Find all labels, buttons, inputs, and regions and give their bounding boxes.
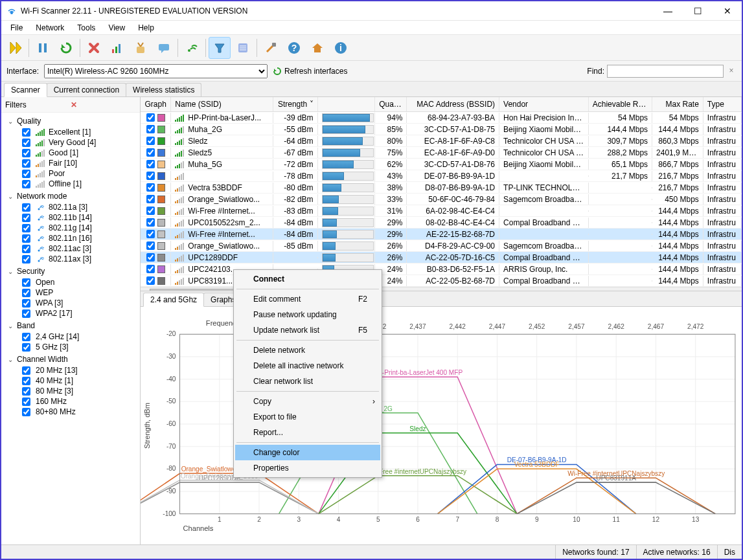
table-row[interactable]: Muha_5G -72 dBm 62% 3C-CD-57-A1-D8-76 Be… <box>141 159 742 170</box>
filter-checkbox[interactable] <box>22 333 30 341</box>
filter-item[interactable]: WPA2 [17] <box>22 308 137 319</box>
filter-checkbox[interactable] <box>22 203 30 212</box>
table-row[interactable]: Sledz5 -67 dBm 75% EC-A8-1F-6F-A9-D0 Tec… <box>141 147 742 159</box>
menu-tools[interactable]: Tools <box>71 22 102 34</box>
filter-item[interactable]: 802.11n [16] <box>22 233 137 243</box>
table-row[interactable]: Vectra 53BDDF -80 dBm 38% D8-07-B6-B9-9A… <box>141 182 742 194</box>
filter-group-band[interactable]: ⌄Band <box>4 320 137 331</box>
filter-checkbox[interactable] <box>22 128 30 137</box>
column-header[interactable]: Type <box>703 97 742 111</box>
row-graph-checkbox[interactable] <box>146 207 155 215</box>
filter-group-quality[interactable]: ⌄Quality <box>4 115 137 127</box>
column-header[interactable]: Achievable Rate <box>589 97 652 111</box>
filter-checkbox[interactable] <box>22 387 30 396</box>
filter-item[interactable]: WEP <box>22 287 137 298</box>
column-header[interactable]: MAC Address (BSSID) <box>407 97 499 111</box>
refresh-interfaces-link[interactable]: Refresh interfaces <box>273 67 347 76</box>
table-row[interactable]: -78 dBm 43% DE-07-B6-B9-9A-1D 21,7 Mbps … <box>141 170 742 182</box>
bottom-tab-0[interactable]: 2.4 and 5Ghz <box>143 293 204 307</box>
filter-item[interactable]: Very Good [4] <box>22 137 137 148</box>
column-header[interactable]: Vendor <box>499 97 589 111</box>
filter-checkbox[interactable] <box>22 289 30 297</box>
menu-view[interactable]: View <box>102 22 131 34</box>
filter-item[interactable]: 802.11ac [3] <box>22 243 137 254</box>
context-menu-item[interactable]: Delete network <box>235 342 380 358</box>
filter-item[interactable]: 5 GHz [3] <box>22 342 137 352</box>
table-row[interactable]: Sledz -64 dBm 80% EC-A8-1F-6F-A9-C8 Tech… <box>141 135 742 147</box>
clean-button[interactable] <box>130 37 152 59</box>
about-button[interactable]: i <box>330 37 352 59</box>
column-header[interactable]: Max Rate <box>652 97 703 111</box>
filter-checkbox[interactable] <box>22 408 30 416</box>
close-button[interactable]: ✕ <box>718 5 737 17</box>
row-graph-checkbox[interactable] <box>146 160 155 168</box>
stats-button[interactable] <box>106 37 128 59</box>
context-menu-item[interactable]: Copy <box>235 394 380 409</box>
filter-item[interactable]: 20 MHz [13] <box>22 365 137 375</box>
maximize-button[interactable]: ☐ <box>689 5 707 17</box>
filter-item[interactable]: WPA [3] <box>22 298 137 308</box>
context-menu-item[interactable]: Delete all inactive network <box>235 358 380 374</box>
row-graph-checkbox[interactable] <box>146 113 155 122</box>
context-menu-item[interactable]: Pause network updating <box>235 307 380 322</box>
table-row[interactable]: UPC83191... 24% AC-22-05-B2-68-7D Compal… <box>141 275 742 287</box>
context-menu-item[interactable]: Edit commentF2 <box>235 291 380 307</box>
filter-checkbox[interactable] <box>22 278 30 287</box>
find-clear-icon[interactable]: × <box>726 66 737 76</box>
row-graph-checkbox[interactable] <box>146 241 155 250</box>
filter-item[interactable]: Fair [10] <box>22 158 137 168</box>
filter-checkbox[interactable] <box>22 214 30 222</box>
filter-item[interactable]: 802.11a [3] <box>22 202 137 212</box>
horizontal-scrollbar[interactable]: ‹ › <box>141 287 742 291</box>
column-header[interactable]: Quality <box>375 97 407 111</box>
row-graph-checkbox[interactable] <box>146 253 155 262</box>
table-row[interactable]: HP-Print-ba-LaserJ... -39 dBm 94% 68-94-… <box>141 112 742 124</box>
filter-group-network-mode[interactable]: ⌄Network mode <box>4 190 137 202</box>
scan-button[interactable] <box>4 37 26 59</box>
find-input[interactable] <box>607 65 724 78</box>
filter-checkbox[interactable] <box>22 234 30 243</box>
tab-scanner[interactable]: Scanner <box>4 83 47 97</box>
row-graph-checkbox[interactable] <box>146 230 155 238</box>
filter-item[interactable]: Good [1] <box>22 148 137 158</box>
delete-button[interactable] <box>83 37 105 59</box>
home-button[interactable] <box>306 37 328 59</box>
filter-checkbox[interactable] <box>22 224 30 232</box>
row-graph-checkbox[interactable] <box>146 137 155 145</box>
filter-item[interactable]: 80 MHz [3] <box>22 386 137 396</box>
row-graph-checkbox[interactable] <box>146 265 155 273</box>
filter-item[interactable]: 80+80 MHz <box>22 407 137 417</box>
filter-item[interactable]: Poor <box>22 168 137 179</box>
table-row[interactable]: UPC0150522sm_2... -84 dBm 29% 08-02-B8-4… <box>141 217 742 229</box>
filter-item[interactable]: Open <box>22 277 137 287</box>
row-graph-checkbox[interactable] <box>146 183 155 192</box>
interface-select[interactable]: Intel(R) Wireless-AC 9260 160MHz <box>44 64 268 78</box>
menu-network[interactable]: Network <box>29 22 71 34</box>
row-graph-checkbox[interactable] <box>146 148 155 157</box>
context-menu-item[interactable]: Change color <box>235 445 380 460</box>
filter-checkbox[interactable] <box>22 398 30 406</box>
filter-checkbox[interactable] <box>22 245 30 253</box>
filter-item[interactable]: 160 MHz <box>22 396 137 407</box>
context-menu-item[interactable]: Connect <box>235 271 380 287</box>
table-row[interactable]: Orange_Swiatlowo... -82 dBm 33% 50-6F-0C… <box>141 194 742 205</box>
column-header[interactable]: Strength ˅ <box>273 97 318 111</box>
minimize-button[interactable]: — <box>659 5 677 17</box>
context-menu-item[interactable]: Report... <box>235 425 380 440</box>
filter-checkbox[interactable] <box>22 139 30 147</box>
table-row[interactable]: Wi-Free #Internet... -84 dBm 29% AE-22-1… <box>141 229 742 240</box>
table-row[interactable]: Wi-Free #Internet... -83 dBm 31% 6A-02-9… <box>141 205 742 217</box>
tab-wireless-statistics[interactable]: Wireless statistics <box>126 83 201 96</box>
table-row[interactable]: Orange_Swiatlowo... -85 dBm 26% D4-F8-29… <box>141 240 742 252</box>
menu-help[interactable]: Help <box>131 22 161 34</box>
filter-checkbox[interactable] <box>22 159 30 168</box>
comment-button[interactable] <box>153 37 175 59</box>
filter-group-channel-width[interactable]: ⌄Channel Width <box>4 353 137 365</box>
settings-button[interactable] <box>260 37 282 59</box>
context-menu-item[interactable]: Export to file <box>235 409 380 425</box>
filter-item[interactable]: 40 MHz [1] <box>22 375 137 386</box>
help-button[interactable]: ? <box>283 37 305 59</box>
filter-checkbox[interactable] <box>22 377 30 385</box>
filter-item[interactable]: Excellent [1] <box>22 127 137 137</box>
column-header[interactable]: Graph <box>141 97 171 111</box>
